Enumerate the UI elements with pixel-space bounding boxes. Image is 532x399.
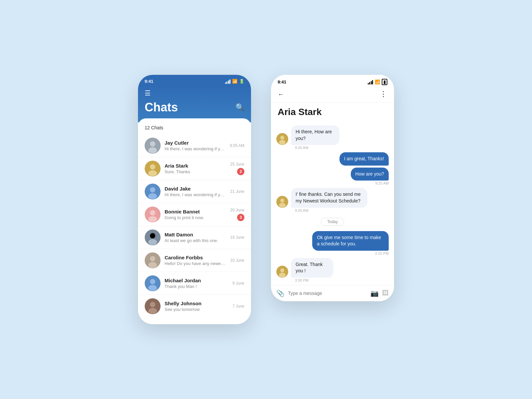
avatar	[145, 206, 161, 222]
svg-point-5	[148, 170, 157, 176]
status-icons-right: 📶 ▮	[368, 79, 388, 85]
more-options-button[interactable]: ⋮	[380, 90, 387, 98]
unread-badge: 3	[237, 214, 244, 221]
message-group-sent: Ok give me some time to make a schedule …	[276, 231, 389, 255]
signal-icon-left	[225, 79, 231, 84]
list-item[interactable]: Shelly Johnson See you tomorrow 7 June	[138, 295, 251, 318]
back-button[interactable]: ←	[278, 90, 284, 98]
chat-nav-header: ← ⋮	[271, 87, 394, 103]
message-bubble: Great. Thank you !	[291, 258, 333, 278]
battery-icon-right: ▮	[382, 79, 387, 85]
list-item[interactable]: Bonnie Bannet Going to print it now. 20 …	[138, 203, 251, 226]
contact-name: Caroline Forbbs	[165, 255, 226, 260]
status-bar-left: 9:41 📶 🔋	[138, 75, 251, 86]
avatar	[276, 266, 288, 278]
unread-badge: 2	[237, 168, 244, 175]
chat-meta: 7 June	[232, 304, 244, 309]
svg-point-20	[148, 285, 157, 291]
list-item[interactable]: Michael Jordan Thank you Man ! 9 June	[138, 272, 251, 295]
attach-icon[interactable]: 📎	[276, 289, 285, 297]
svg-point-23	[148, 308, 157, 314]
svg-point-31	[280, 268, 284, 272]
message-timestamp: 9:20 AM	[295, 146, 308, 150]
message-time: 7 June	[232, 304, 244, 309]
search-icon[interactable]: 🔍	[235, 103, 244, 112]
avatar	[145, 298, 161, 314]
svg-point-32	[279, 273, 286, 277]
list-item[interactable]: Jay Cutler Hi there, I was wondering if …	[138, 134, 251, 157]
svg-point-10	[150, 210, 155, 215]
list-item[interactable]: Aria Stark Sure, Thanks 25 June 2	[138, 157, 251, 180]
chat-info: Jay Cutler Hi there, I was wondering if …	[165, 140, 226, 151]
time-right: 9:41	[278, 79, 286, 84]
phones-container: 9:41 📶 🔋 ☰ Chats 🔍 12 Chats	[138, 75, 394, 324]
message-preview: Hi there, I was wondering if you could..…	[165, 192, 226, 197]
chat-info: Matt Damon At least we go with this one.	[165, 232, 226, 243]
message-time: 19 June	[230, 235, 244, 240]
list-item[interactable]: Caroline Forbbs Hello! Do you have any n…	[138, 249, 251, 272]
message-group-sent: I am great, Thanks! How are you? 9:25 AM	[276, 152, 389, 185]
contact-name: Aria Stark	[165, 163, 226, 169]
list-item[interactable]: David Jake Hi there, I was wondering if …	[138, 180, 251, 203]
svg-point-8	[148, 193, 157, 199]
chat-info: Michael Jordan Thank you Man !	[165, 278, 228, 289]
chat-phone: 9:41 📶 ▮ ← ⋮ Aria Stark	[271, 75, 394, 301]
message-preview: Hi there, I was wondering if you could..…	[165, 146, 226, 151]
chat-meta: 9:05 AM	[230, 143, 244, 148]
contact-name: Shelly Johnson	[165, 301, 228, 306]
svg-point-14	[148, 239, 157, 245]
camera-icon[interactable]: 📷	[370, 289, 379, 297]
svg-point-7	[150, 187, 155, 193]
list-item[interactable]: Matt Damon At least we go with this one.…	[138, 226, 251, 249]
message-timestamp: 9:20 AM	[295, 208, 308, 212]
chat-info: Aria Stark Sure, Thanks	[165, 163, 226, 174]
message-time: 9:05 AM	[230, 143, 244, 148]
svg-point-28	[280, 199, 284, 202]
svg-point-4	[150, 164, 155, 170]
avatar	[276, 196, 288, 208]
message-bubble: I am great, Thanks!	[339, 152, 389, 166]
message-bubble: Hi there, How are you?	[291, 125, 339, 145]
contact-name: Bonnie Bannet	[165, 209, 226, 214]
message-group-received: Great. Thank you ! 3:30 PM	[276, 258, 389, 282]
wifi-icon-right: 📶	[375, 79, 380, 84]
battery-icon-left: 🔋	[239, 79, 244, 84]
contact-name: Matt Damon	[165, 232, 226, 237]
message-preview: Going to print it now.	[165, 215, 226, 220]
message-time: 21 June	[230, 189, 244, 194]
chat-info: Shelly Johnson See you tomorrow	[165, 301, 228, 312]
chat-list: 12 Chats Jay Cutler Hi there, I was wond…	[138, 118, 251, 324]
status-bar-right: 9:41 📶 ▮	[271, 75, 394, 87]
message-timestamp: 3:30 PM	[295, 278, 309, 282]
chats-phone: 9:41 📶 🔋 ☰ Chats 🔍 12 Chats	[138, 75, 251, 324]
message-bubble: How are you?	[351, 168, 389, 181]
today-divider: Today	[276, 215, 389, 228]
message-bubble: I' fine thanks. Can you send me my Newes…	[291, 188, 367, 207]
message-timestamp: 2:15 PM	[375, 251, 389, 255]
chat-meta: 25 June 2	[230, 162, 244, 175]
message-time: 10 June	[230, 258, 244, 263]
message-preview: Sure, Thanks	[165, 169, 226, 174]
message-preview: Thank you Man !	[165, 284, 228, 289]
message-preview: At least we go with this one.	[165, 238, 226, 243]
message-input[interactable]	[288, 291, 367, 296]
today-label: Today	[321, 218, 344, 226]
chat-info: David Jake Hi there, I was wondering if …	[165, 186, 226, 197]
message-time: 25 June	[230, 162, 244, 167]
message-group-received: I' fine thanks. Can you send me my Newes…	[276, 188, 389, 212]
svg-point-2	[148, 147, 157, 153]
status-icons-left: 📶 🔋	[225, 79, 245, 84]
signal-icon-right	[368, 80, 373, 84]
avatar	[145, 138, 161, 154]
menu-icon[interactable]: ☰	[145, 89, 244, 97]
svg-point-22	[150, 302, 155, 307]
avatar	[145, 275, 161, 291]
contact-name-heading: Aria Stark	[278, 107, 387, 117]
chats-title: Chats	[145, 100, 178, 114]
chat-count: 12 Chats	[138, 124, 251, 134]
avatar	[145, 184, 161, 200]
chat-contact-title: Aria Stark	[271, 103, 394, 123]
gallery-icon[interactable]: 🖼	[382, 289, 389, 297]
avatar	[276, 133, 288, 145]
contact-name: Jay Cutler	[165, 140, 226, 146]
